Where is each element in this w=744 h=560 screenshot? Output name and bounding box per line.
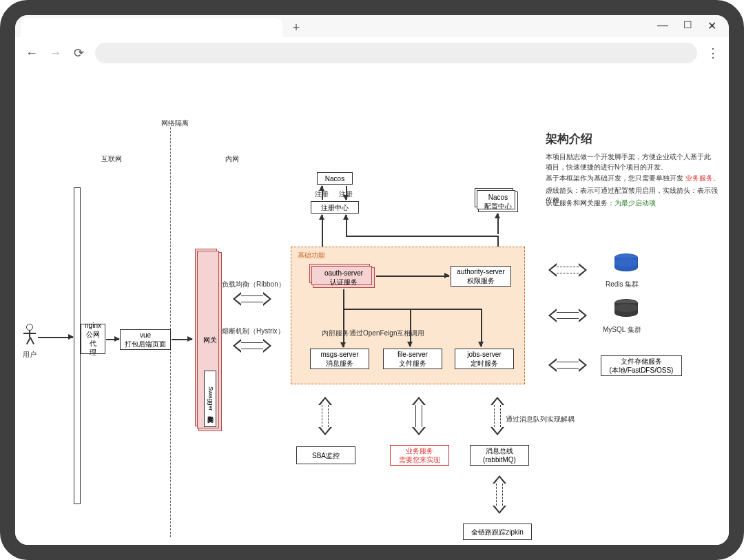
reload-button[interactable]: ⟳	[72, 45, 85, 61]
arrow-to-bus	[490, 397, 504, 435]
gateway-label: 网关	[203, 335, 217, 344]
nacos-box: Nacos	[317, 172, 353, 185]
conn-to-msgs	[343, 338, 344, 347]
biz-box: 业务服务 需要您来实现	[390, 445, 449, 466]
arrow-to-storage	[548, 358, 587, 372]
arrow-user-to-bar	[38, 337, 73, 338]
intranet-label: 内网	[225, 154, 239, 164]
close-button[interactable]: ✕	[707, 19, 716, 32]
arrow-bus-to-zipkin	[493, 475, 506, 514]
mysql-icon	[614, 299, 638, 317]
vertical-bar	[74, 187, 81, 504]
user-label: 用户	[23, 350, 37, 360]
register-center-box: 注册中心	[311, 201, 359, 214]
mysql-label: MySQL 集群	[603, 325, 641, 335]
redis-icon	[614, 253, 638, 271]
bus-box: 消息总线 (rabbitMQ)	[470, 445, 529, 466]
storage-box: 文件存储服务 (本地/FastDFS/OSS)	[601, 355, 682, 376]
back-button[interactable]: ←	[25, 46, 39, 61]
vue-box: vue 打包后端页面	[120, 329, 171, 350]
arrow-vue-to-gateway	[172, 339, 192, 340]
internet-label: 互联网	[101, 154, 122, 164]
authority-box: authority-server 权限服务	[451, 266, 511, 287]
address-bar: ← → ⟳ ⋮	[15, 37, 729, 69]
file-box: file-server 文件服务	[383, 349, 442, 369]
arrow-to-biz	[412, 397, 426, 435]
nginx-box: nginx 公网代 理	[81, 324, 105, 354]
jobs-box: jobs-server 定时服务	[455, 349, 514, 369]
legend-line-2: 认证服务和网关服务：为最少启动项	[546, 198, 656, 208]
architecture-diagram: 架构介绍 本项目励志做一个开发脚手架，方便企业或个人基于此项目，快速便捷的进行N…	[15, 69, 729, 545]
more-menu-button[interactable]: ⋮	[707, 45, 719, 61]
browser-tab-strip: + — ☐ ✕	[15, 15, 729, 37]
diagram-title: 架构介绍	[546, 131, 592, 147]
conn-config-down	[497, 214, 499, 234]
arrow-to-redis	[548, 263, 587, 277]
conn-to-file	[410, 309, 411, 346]
sba-box: SBA监控	[296, 446, 355, 464]
conn-reg-horiz	[346, 236, 497, 237]
arrow-to-sba	[318, 397, 332, 435]
conn-oauth-h	[343, 309, 481, 310]
arrow-to-mysql	[548, 309, 587, 322]
nacos-config-box: Nacos 配置中心	[478, 191, 518, 212]
new-tab-button[interactable]: +	[287, 18, 306, 37]
ribbon-label: 负载均衡（Ribbon）	[222, 280, 285, 289]
browser-tab[interactable]	[21, 18, 282, 37]
zipkin-box: 全链路跟踪zipkin	[463, 523, 532, 540]
ribbon-arrow	[233, 292, 271, 306]
intro-paragraph-1: 本项目励志做一个开发脚手架，方便企业或个人基于此项目，快速便捷的进行N个项目的开…	[546, 152, 714, 172]
hystrix-label: 熔断机制（Hystrix）	[222, 326, 285, 336]
swagger-box: Swagger文档聚合	[204, 371, 216, 427]
arrow-reg-up-1	[322, 186, 323, 200]
network-isolation-label: 网络隔离	[161, 118, 189, 128]
intro-paragraph-2: 基于本框架作为基础开发，您只需要单独开发 业务服务。	[546, 174, 720, 183]
maximize-button[interactable]: ☐	[683, 19, 692, 32]
base-functions-label: 基础功能	[298, 251, 325, 260]
conn-to-jobs	[481, 309, 482, 346]
msgs-box: msgs-server 消息服务	[310, 349, 369, 369]
oauth-box: oauth-server 认证服务	[313, 267, 375, 288]
minimize-button[interactable]: —	[657, 19, 668, 32]
user-icon	[22, 324, 37, 344]
mq-decouple-label: 通过消息队列实现解耦	[506, 415, 575, 424]
arrow-reg-down	[346, 186, 347, 200]
hystrix-arrow	[233, 339, 271, 353]
arrow-oauth-to-authority	[376, 276, 449, 277]
arrow-nginx-to-vue	[106, 339, 119, 340]
redis-label: Redis 集群	[606, 280, 639, 289]
conn-reg-right	[346, 215, 347, 236]
url-input[interactable]	[95, 43, 697, 63]
forward-button: →	[48, 46, 62, 61]
